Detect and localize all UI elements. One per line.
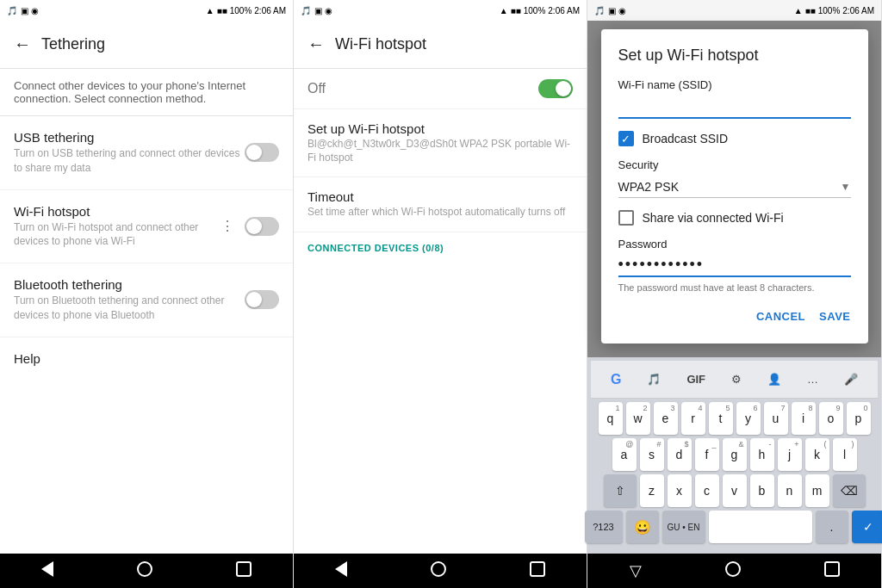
connected-devices-label: CONNECTED DEVICES (0/8) <box>307 243 444 253</box>
google-key[interactable]: G <box>604 368 628 391</box>
back-arrow-2[interactable]: ← <box>307 34 325 54</box>
back-nav-3[interactable]: ▽ <box>630 561 642 580</box>
security-label: Security <box>618 158 851 171</box>
wifi-hotspot-list: Off Set up Wi-Fi hotspot Bl@ckh@t_N3tw0r… <box>294 69 587 554</box>
key-y[interactable]: 6y <box>736 402 761 435</box>
bt-title: Bluetooth tethering <box>14 277 245 292</box>
wifi-toggle[interactable] <box>245 217 279 236</box>
tethering-list: USB tethering Turn on USB tethering and … <box>0 116 293 554</box>
share-checkbox[interactable] <box>618 210 634 226</box>
space-key[interactable] <box>709 511 812 543</box>
key-f[interactable]: _f <box>695 438 719 471</box>
recents-nav-3[interactable] <box>824 561 840 581</box>
key-l[interactable]: )l <box>833 438 857 471</box>
translate-key[interactable]: 👤 <box>761 369 788 389</box>
key-e[interactable]: 3e <box>654 402 678 435</box>
home-nav-3[interactable] <box>725 561 741 581</box>
more-key[interactable]: … <box>800 369 825 389</box>
security-select[interactable]: WPA2 PSK ▼ <box>618 176 851 198</box>
nav-bar-2 <box>294 554 587 588</box>
wifi-info: Wi-Fi hotspot Turn on Wi-Fi hotspot and … <box>14 204 217 250</box>
usb-title: USB tethering <box>14 130 245 145</box>
key-n[interactable]: n <box>778 474 802 507</box>
top-bar-tethering: ← Tethering <box>0 21 293 69</box>
key-c[interactable]: c <box>695 474 719 507</box>
security-value: WPA2 PSK <box>618 180 680 194</box>
status-left-3: 🎵 ▣ ◉ <box>594 6 626 15</box>
key-o[interactable]: 9o <box>819 402 843 435</box>
key-d[interactable]: $d <box>668 438 692 471</box>
bt-toggle[interactable] <box>245 290 279 309</box>
key-x[interactable]: x <box>668 474 692 507</box>
wifi-menu-icon[interactable]: ⋮ <box>217 214 238 238</box>
setup-hotspot-item[interactable]: Set up Wi-Fi hotspot Bl@ckh@t_N3tw0rk_D3… <box>294 109 587 177</box>
backspace-key[interactable]: ⌫ <box>833 474 866 507</box>
save-button[interactable]: SAVE <box>819 306 850 326</box>
key-t[interactable]: 5t <box>709 402 733 435</box>
key-j[interactable]: +j <box>778 438 802 471</box>
broadcast-checkbox[interactable]: ✓ <box>618 131 634 146</box>
setup-hotspot-title: Set up Wi-Fi hotspot <box>307 121 573 136</box>
timeout-subtitle: Set time after which Wi-Fi hotspot autom… <box>307 206 565 220</box>
key-s[interactable]: #s <box>640 438 664 471</box>
signal-icon-3: ■■ <box>805 6 816 15</box>
bt-icon-2: 🎵 <box>301 6 311 15</box>
time-1: 2:06 AM <box>254 6 286 15</box>
panel-tethering: 🎵 ▣ ◉ ▲ ■■ 100% 2:06 AM ← Tethering Conn… <box>0 0 294 588</box>
key-z[interactable]: z <box>640 474 664 507</box>
battery-1: 100% <box>230 6 252 15</box>
chevron-down-icon: ▼ <box>841 181 851 193</box>
help-label: Help <box>14 351 40 366</box>
keyboard: G 🎵 GIF ⚙ 👤 … 🎤 1q 2w 3e 4r 5t 6y 7u 8i … <box>587 357 881 554</box>
wifi-title: Wi-Fi hotspot <box>14 204 217 219</box>
list-item-wifi[interactable]: Wi-Fi hotspot Turn on Wi-Fi hotspot and … <box>0 190 293 264</box>
panel-dialog: 🎵 ▣ ◉ ▲ ■■ 100% 2:06 AM Set up Wi-Fi hot… <box>587 0 882 588</box>
key-u[interactable]: 7u <box>764 402 788 435</box>
gif-key[interactable]: GIF <box>680 369 712 389</box>
key-m[interactable]: m <box>805 474 829 507</box>
back-nav-1[interactable] <box>41 561 53 581</box>
key-p[interactable]: 0p <box>847 402 871 435</box>
home-nav-2[interactable] <box>431 561 446 581</box>
key-h[interactable]: -h <box>750 438 774 471</box>
enter-key[interactable]: ✓ <box>852 511 883 543</box>
broadcast-label: Broadcast SSID <box>643 132 729 145</box>
recents-nav-2[interactable] <box>530 561 545 581</box>
back-nav-2[interactable] <box>335 561 347 581</box>
recents-nav-1[interactable] <box>236 561 252 581</box>
key-g[interactable]: &g <box>723 438 747 471</box>
key-k[interactable]: (k <box>805 438 829 471</box>
wifi-name-input[interactable] <box>618 96 851 119</box>
language-key[interactable]: GU • EN <box>662 511 705 543</box>
bt-info: Bluetooth tethering Turn on Bluetooth te… <box>14 277 245 323</box>
key-r[interactable]: 4r <box>681 402 705 435</box>
timeout-item[interactable]: Timeout Set time after which Wi-Fi hotsp… <box>294 177 587 232</box>
list-item-bluetooth[interactable]: Bluetooth tethering Turn on Bluetooth te… <box>0 263 293 337</box>
help-item[interactable]: Help <box>0 337 293 380</box>
back-arrow-1[interactable]: ← <box>14 34 31 54</box>
sticker-key[interactable]: 🎵 <box>640 369 668 389</box>
emoji-key[interactable]: 😀 <box>626 511 659 543</box>
bt-subtitle: Turn on Bluetooth tethering and connect … <box>14 294 245 323</box>
keyboard-toolbar: G 🎵 GIF ⚙ 👤 … 🎤 <box>591 361 878 399</box>
key-a[interactable]: @a <box>612 438 637 471</box>
cancel-button[interactable]: CANCEL <box>756 306 805 326</box>
period-key[interactable]: . <box>816 511 848 543</box>
mic-key[interactable]: 🎤 <box>837 369 865 389</box>
connected-devices-header: CONNECTED DEVICES (0/8) <box>294 232 587 257</box>
time-2: 2:06 AM <box>548 6 580 15</box>
key-v[interactable]: v <box>723 474 747 507</box>
usb-toggle[interactable] <box>245 143 279 162</box>
key-q[interactable]: 1q <box>599 402 623 435</box>
password-dots: •••••••••••• <box>618 256 851 277</box>
tethering-description: Connect other devices to your phone's In… <box>0 69 293 116</box>
key-b[interactable]: b <box>750 474 774 507</box>
symbols-key[interactable]: ?123 <box>585 511 623 543</box>
settings-key[interactable]: ⚙ <box>724 369 748 389</box>
key-w[interactable]: 2w <box>626 402 650 435</box>
home-nav-1[interactable] <box>137 561 152 581</box>
shift-key[interactable]: ⇧ <box>604 474 637 507</box>
list-item-usb[interactable]: USB tethering Turn on USB tethering and … <box>0 116 293 190</box>
off-toggle[interactable] <box>538 79 573 98</box>
key-i[interactable]: 8i <box>792 402 816 435</box>
